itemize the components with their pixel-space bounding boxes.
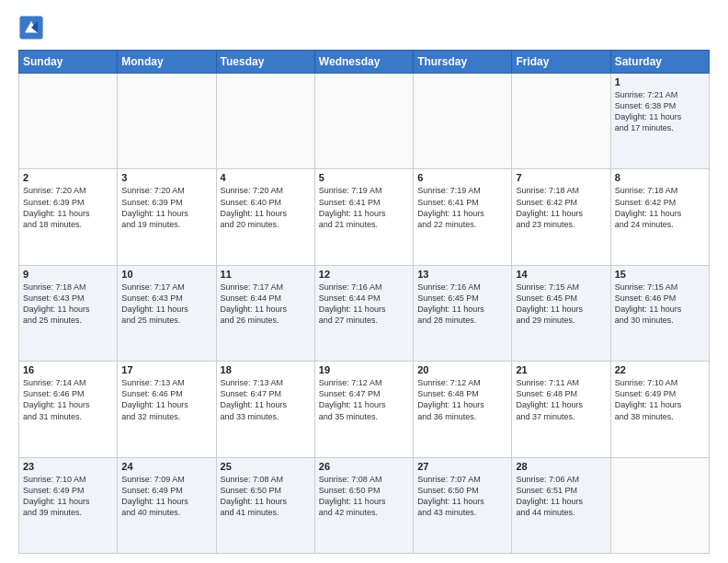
day-number: 1 xyxy=(615,76,705,87)
day-number: 16 xyxy=(23,364,113,375)
day-info: Sunrise: 7:12 AM Sunset: 6:48 PM Dayligh… xyxy=(417,377,507,422)
calendar-day-cell: 11Sunrise: 7:17 AM Sunset: 6:44 PM Dayli… xyxy=(216,265,314,361)
calendar-day-cell xyxy=(216,74,314,169)
calendar-day-cell: 3Sunrise: 7:20 AM Sunset: 6:39 PM Daylig… xyxy=(118,169,216,265)
day-number: 2 xyxy=(23,172,113,183)
calendar-day-cell: 18Sunrise: 7:13 AM Sunset: 6:47 PM Dayli… xyxy=(216,362,314,457)
day-info: Sunrise: 7:18 AM Sunset: 6:43 PM Dayligh… xyxy=(23,282,113,327)
weekday-header-wednesday: Wednesday xyxy=(314,51,413,74)
day-number: 3 xyxy=(121,172,211,183)
day-info: Sunrise: 7:12 AM Sunset: 6:47 PM Dayligh… xyxy=(319,377,409,422)
day-number: 20 xyxy=(417,364,507,375)
day-info: Sunrise: 7:16 AM Sunset: 6:44 PM Dayligh… xyxy=(319,282,409,327)
calendar-day-cell xyxy=(610,457,709,553)
calendar-day-cell: 20Sunrise: 7:12 AM Sunset: 6:48 PM Dayli… xyxy=(414,362,512,457)
calendar-day-cell: 6Sunrise: 7:19 AM Sunset: 6:41 PM Daylig… xyxy=(414,169,512,265)
day-number: 4 xyxy=(221,172,311,183)
day-info: Sunrise: 7:08 AM Sunset: 6:50 PM Dayligh… xyxy=(319,474,409,519)
weekday-header-saturday: Saturday xyxy=(610,51,709,74)
calendar-week-row: 16Sunrise: 7:14 AM Sunset: 6:46 PM Dayli… xyxy=(19,362,710,457)
day-number: 17 xyxy=(121,364,211,375)
day-number: 5 xyxy=(319,172,409,183)
calendar-day-cell xyxy=(512,74,610,169)
day-info: Sunrise: 7:20 AM Sunset: 6:39 PM Dayligh… xyxy=(121,185,211,230)
calendar-day-cell: 9Sunrise: 7:18 AM Sunset: 6:43 PM Daylig… xyxy=(19,265,118,361)
day-info: Sunrise: 7:16 AM Sunset: 6:45 PM Dayligh… xyxy=(417,282,507,327)
calendar-week-row: 9Sunrise: 7:18 AM Sunset: 6:43 PM Daylig… xyxy=(19,265,710,361)
calendar-day-cell xyxy=(414,74,512,169)
day-info: Sunrise: 7:10 AM Sunset: 6:49 PM Dayligh… xyxy=(23,474,113,519)
calendar-day-cell: 2Sunrise: 7:20 AM Sunset: 6:39 PM Daylig… xyxy=(19,169,118,265)
calendar-day-cell: 1Sunrise: 7:21 AM Sunset: 6:38 PM Daylig… xyxy=(610,74,709,169)
day-number: 19 xyxy=(319,364,409,375)
calendar-day-cell xyxy=(19,74,118,169)
calendar-day-cell: 24Sunrise: 7:09 AM Sunset: 6:49 PM Dayli… xyxy=(118,457,216,553)
calendar-day-cell: 17Sunrise: 7:13 AM Sunset: 6:46 PM Dayli… xyxy=(118,362,216,457)
calendar-day-cell: 16Sunrise: 7:14 AM Sunset: 6:46 PM Dayli… xyxy=(19,362,118,457)
day-info: Sunrise: 7:17 AM Sunset: 6:44 PM Dayligh… xyxy=(221,282,311,327)
day-number: 6 xyxy=(417,172,507,183)
calendar-day-cell: 12Sunrise: 7:16 AM Sunset: 6:44 PM Dayli… xyxy=(314,265,413,361)
day-info: Sunrise: 7:14 AM Sunset: 6:46 PM Dayligh… xyxy=(23,377,113,422)
calendar-day-cell: 19Sunrise: 7:12 AM Sunset: 6:47 PM Dayli… xyxy=(314,362,413,457)
day-number: 7 xyxy=(516,172,606,183)
header xyxy=(18,15,710,40)
logo-icon xyxy=(18,15,44,40)
day-number: 24 xyxy=(121,461,211,472)
day-number: 22 xyxy=(615,364,705,375)
calendar-day-cell: 15Sunrise: 7:15 AM Sunset: 6:46 PM Dayli… xyxy=(610,265,709,361)
day-info: Sunrise: 7:18 AM Sunset: 6:42 PM Dayligh… xyxy=(615,185,705,230)
calendar-week-row: 23Sunrise: 7:10 AM Sunset: 6:49 PM Dayli… xyxy=(19,457,710,553)
calendar-day-cell: 22Sunrise: 7:10 AM Sunset: 6:49 PM Dayli… xyxy=(610,362,709,457)
day-number: 12 xyxy=(319,269,409,280)
day-info: Sunrise: 7:20 AM Sunset: 6:40 PM Dayligh… xyxy=(221,185,311,230)
calendar-day-cell: 10Sunrise: 7:17 AM Sunset: 6:43 PM Dayli… xyxy=(118,265,216,361)
calendar-day-cell: 8Sunrise: 7:18 AM Sunset: 6:42 PM Daylig… xyxy=(610,169,709,265)
calendar-day-cell: 5Sunrise: 7:19 AM Sunset: 6:41 PM Daylig… xyxy=(314,169,413,265)
day-number: 21 xyxy=(516,364,606,375)
weekday-header-sunday: Sunday xyxy=(19,51,118,74)
weekday-header-tuesday: Tuesday xyxy=(216,51,314,74)
day-info: Sunrise: 7:08 AM Sunset: 6:50 PM Dayligh… xyxy=(221,474,311,519)
calendar-day-cell: 23Sunrise: 7:10 AM Sunset: 6:49 PM Dayli… xyxy=(19,457,118,553)
day-info: Sunrise: 7:09 AM Sunset: 6:49 PM Dayligh… xyxy=(121,474,211,519)
calendar-day-cell xyxy=(314,74,413,169)
calendar-day-cell: 7Sunrise: 7:18 AM Sunset: 6:42 PM Daylig… xyxy=(512,169,610,265)
page: SundayMondayTuesdayWednesdayThursdayFrid… xyxy=(0,0,728,563)
day-info: Sunrise: 7:18 AM Sunset: 6:42 PM Dayligh… xyxy=(516,185,606,230)
day-number: 25 xyxy=(221,461,311,472)
day-number: 15 xyxy=(615,269,705,280)
calendar-week-row: 1Sunrise: 7:21 AM Sunset: 6:38 PM Daylig… xyxy=(19,74,710,169)
day-info: Sunrise: 7:15 AM Sunset: 6:46 PM Dayligh… xyxy=(615,282,705,327)
day-number: 18 xyxy=(221,364,311,375)
day-number: 11 xyxy=(221,269,311,280)
day-info: Sunrise: 7:17 AM Sunset: 6:43 PM Dayligh… xyxy=(121,282,211,327)
day-info: Sunrise: 7:11 AM Sunset: 6:48 PM Dayligh… xyxy=(516,377,606,422)
weekday-header-monday: Monday xyxy=(118,51,216,74)
calendar-week-row: 2Sunrise: 7:20 AM Sunset: 6:39 PM Daylig… xyxy=(19,169,710,265)
day-info: Sunrise: 7:07 AM Sunset: 6:50 PM Dayligh… xyxy=(417,474,507,519)
day-number: 8 xyxy=(615,172,705,183)
weekday-header-row: SundayMondayTuesdayWednesdayThursdayFrid… xyxy=(19,51,710,74)
day-number: 23 xyxy=(23,461,113,472)
day-number: 28 xyxy=(516,461,606,472)
day-number: 27 xyxy=(417,461,507,472)
calendar-day-cell: 21Sunrise: 7:11 AM Sunset: 6:48 PM Dayli… xyxy=(512,362,610,457)
logo xyxy=(18,15,46,40)
day-number: 9 xyxy=(23,269,113,280)
calendar-day-cell: 14Sunrise: 7:15 AM Sunset: 6:45 PM Dayli… xyxy=(512,265,610,361)
calendar-day-cell: 25Sunrise: 7:08 AM Sunset: 6:50 PM Dayli… xyxy=(216,457,314,553)
day-info: Sunrise: 7:19 AM Sunset: 6:41 PM Dayligh… xyxy=(417,185,507,230)
weekday-header-friday: Friday xyxy=(512,51,610,74)
calendar-day-cell: 26Sunrise: 7:08 AM Sunset: 6:50 PM Dayli… xyxy=(314,457,413,553)
day-number: 13 xyxy=(417,269,507,280)
day-info: Sunrise: 7:15 AM Sunset: 6:45 PM Dayligh… xyxy=(516,282,606,327)
day-info: Sunrise: 7:06 AM Sunset: 6:51 PM Dayligh… xyxy=(516,474,606,519)
calendar-table: SundayMondayTuesdayWednesdayThursdayFrid… xyxy=(18,50,710,554)
day-info: Sunrise: 7:13 AM Sunset: 6:47 PM Dayligh… xyxy=(221,377,311,422)
day-info: Sunrise: 7:19 AM Sunset: 6:41 PM Dayligh… xyxy=(319,185,409,230)
day-number: 14 xyxy=(516,269,606,280)
day-number: 10 xyxy=(121,269,211,280)
day-info: Sunrise: 7:13 AM Sunset: 6:46 PM Dayligh… xyxy=(121,377,211,422)
calendar-day-cell: 27Sunrise: 7:07 AM Sunset: 6:50 PM Dayli… xyxy=(414,457,512,553)
